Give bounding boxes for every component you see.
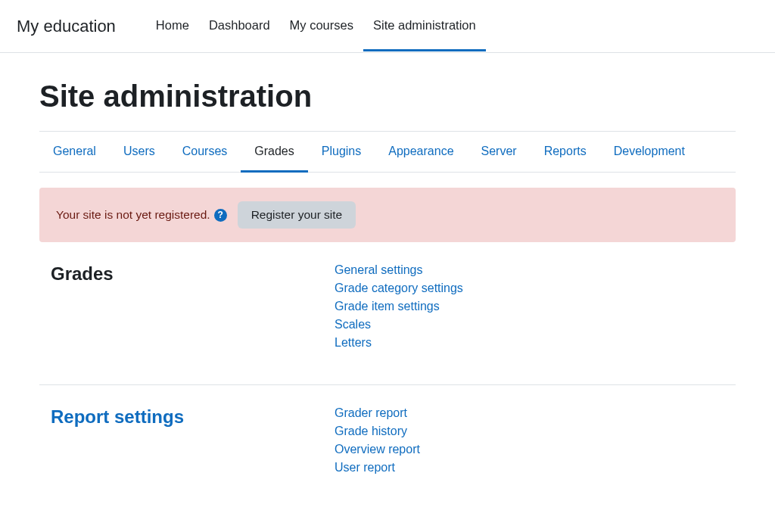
registration-alert: Your site is not yet registered. ? Regis… [39,188,736,242]
link-grade-item-settings[interactable]: Grade item settings [335,300,463,313]
link-user-report[interactable]: User report [335,461,420,474]
nav-home[interactable]: Home [146,2,199,51]
section-grades: Grades General settings Grade category s… [39,242,736,385]
tab-plugins[interactable]: Plugins [308,132,375,173]
brand[interactable]: My education [17,17,116,36]
nav-my-courses[interactable]: My courses [280,2,363,51]
section-report-settings: Report settings Grader report Grade hist… [39,385,736,490]
help-icon[interactable]: ? [214,209,227,222]
alert-text: Your site is not yet registered. [56,208,210,222]
nav-site-administration[interactable]: Site administration [363,2,486,51]
section-links-report-settings: Grader report Grade history Overview rep… [335,406,420,474]
section-title-grades: Grades [39,263,335,350]
tab-server[interactable]: Server [468,132,531,173]
section-links-grades: General settings Grade category settings… [335,263,463,350]
top-nav: Home Dashboard My courses Site administr… [146,2,486,51]
tab-reports[interactable]: Reports [531,132,600,173]
section-title-report-settings[interactable]: Report settings [39,406,335,474]
tab-users[interactable]: Users [110,132,169,173]
admin-tabs: General Users Courses Grades Plugins App… [39,131,736,173]
link-grade-history[interactable]: Grade history [335,425,420,438]
link-general-settings[interactable]: General settings [335,263,463,277]
nav-dashboard[interactable]: Dashboard [199,2,280,51]
link-grade-category-settings[interactable]: Grade category settings [335,282,463,295]
register-site-button[interactable]: Register your site [238,201,356,229]
link-scales[interactable]: Scales [335,318,463,331]
tab-appearance[interactable]: Appearance [375,132,467,173]
header: My education Home Dashboard My courses S… [0,0,775,53]
link-grader-report[interactable]: Grader report [335,406,420,420]
link-letters[interactable]: Letters [335,336,463,350]
main-container: Site administration General Users Course… [39,53,736,490]
tab-development[interactable]: Development [600,132,699,173]
page-title: Site administration [39,79,736,114]
tab-grades[interactable]: Grades [241,132,307,173]
tab-general[interactable]: General [39,132,110,173]
link-overview-report[interactable]: Overview report [335,443,420,456]
tab-courses[interactable]: Courses [169,132,241,173]
